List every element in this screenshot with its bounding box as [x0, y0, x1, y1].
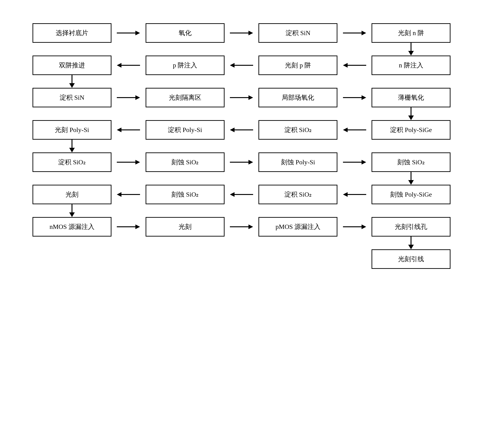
svg-marker-27	[249, 160, 253, 165]
arr-r-7-2	[225, 223, 259, 230]
box-5-4: 刻蚀 SiO₂	[372, 152, 451, 172]
arr-l-6-3	[337, 191, 372, 198]
svg-marker-29	[362, 160, 366, 165]
box-7-2: 光刻	[146, 217, 225, 237]
row-5: 淀积 SiO₂ 刻蚀 SiO₂ 刻蚀 Poly-Si 刻蚀 SiO₂	[32, 152, 451, 172]
arr-r-3-2	[225, 94, 259, 101]
box-4-3: 淀积 SiO₂	[258, 120, 337, 140]
arr-r-1-1	[111, 30, 146, 36]
v-conn-2	[32, 75, 451, 88]
row-1: 选择衬底片 氧化 淀积 SiN 光刻 n 阱	[32, 23, 451, 43]
arr-r-3-3	[337, 94, 372, 101]
box-2-4: n 阱注入	[372, 56, 451, 75]
svg-marker-13	[135, 95, 140, 100]
box-5-1: 淀积 SiO₂	[32, 152, 111, 172]
box-2-3: 光刻 p 阱	[258, 56, 337, 75]
arr-r-3-1	[111, 94, 146, 101]
box-3-3: 局部场氧化	[258, 88, 337, 107]
box-3-4: 薄栅氧化	[372, 88, 451, 107]
row-7: nMOS 源漏注入 光刻 pMOS 源漏注入 光刻引线孔	[32, 217, 451, 237]
v-conn-5	[32, 172, 451, 185]
arr-r-1-3	[337, 30, 372, 36]
svg-marker-35	[343, 192, 348, 197]
arr-l-4-1	[111, 126, 146, 133]
box-7-3: pMOS 源漏注入	[258, 217, 337, 237]
v-conn-7	[32, 237, 451, 249]
box-1-2: 氧化	[146, 23, 225, 43]
svg-marker-1	[135, 31, 140, 35]
box-7-4: 光刻引线孔	[372, 217, 451, 237]
svg-marker-5	[362, 31, 366, 35]
arr-r-5-3	[337, 159, 372, 166]
arr-l-6-2	[225, 191, 259, 198]
box-2-2: p 阱注入	[146, 56, 225, 75]
box-4-2: 淀积 Poly-Si	[146, 120, 225, 140]
box-6-2: 刻蚀 SiO₂	[146, 185, 225, 204]
box-1-3: 淀积 SiN	[258, 23, 337, 43]
arr-r-7-1	[111, 223, 146, 230]
row-8: 光刻引线	[32, 249, 451, 269]
svg-marker-21	[230, 128, 234, 132]
svg-marker-25	[135, 160, 140, 165]
svg-marker-39	[249, 224, 253, 229]
svg-marker-9	[230, 63, 234, 68]
row-3: 淀积 SiN 光刻隔离区 局部场氧化 薄栅氧化	[32, 88, 451, 107]
v-conn-3	[32, 107, 451, 120]
box-4-1: 光刻 Poly-Si	[32, 120, 111, 140]
svg-marker-41	[362, 224, 366, 229]
v-conn-4	[32, 140, 451, 152]
row-2: 双阱推进 p 阱注入 光刻 p 阱 n 阱注入	[32, 56, 451, 75]
svg-marker-23	[343, 128, 348, 132]
v-conn-6	[32, 204, 451, 217]
box-4-4: 淀积 Poly-SiGe	[372, 120, 451, 140]
arr-r-7-3	[337, 223, 372, 230]
box-1-4: 光刻 n 阱	[372, 23, 451, 43]
svg-marker-7	[117, 63, 121, 68]
box-5-2: 刻蚀 SiO₂	[146, 152, 225, 172]
svg-marker-17	[362, 95, 366, 100]
arr-l-2-3	[337, 62, 372, 69]
box-8-4: 光刻引线	[372, 249, 451, 269]
box-6-4: 刻蚀 Poly-SiGe	[372, 185, 451, 204]
box-6-3: 淀积 SiO₂	[258, 185, 337, 204]
box-7-1: nMOS 源漏注入	[32, 217, 111, 237]
svg-marker-19	[117, 128, 121, 132]
arr-r-5-2	[225, 159, 259, 166]
arr-r-1-2	[225, 30, 259, 36]
box-3-2: 光刻隔离区	[146, 88, 225, 107]
arr-l-4-3	[337, 126, 372, 133]
svg-marker-11	[343, 63, 348, 68]
arr-l-4-2	[225, 126, 259, 133]
svg-marker-31	[117, 192, 121, 197]
row-4: 光刻 Poly-Si 淀积 Poly-Si 淀积 SiO₂ 淀积 Poly-Si…	[32, 120, 451, 140]
svg-marker-15	[249, 95, 253, 100]
arr-l-2-1	[111, 62, 146, 69]
arr-l-6-1	[111, 191, 146, 198]
box-3-1: 淀积 SiN	[32, 88, 111, 107]
svg-marker-33	[230, 192, 234, 197]
arr-l-2-2	[225, 62, 259, 69]
row-6: 光刻 刻蚀 SiO₂ 淀积 SiO₂ 刻蚀 Poly-SiGe	[32, 185, 451, 204]
box-1-1: 选择衬底片	[32, 23, 111, 43]
box-2-1: 双阱推进	[32, 56, 111, 75]
v-conn-1	[32, 43, 451, 56]
box-6-1: 光刻	[32, 185, 111, 204]
box-5-3: 刻蚀 Poly-Si	[258, 152, 337, 172]
svg-marker-37	[135, 224, 140, 229]
svg-marker-3	[249, 31, 253, 35]
flowchart-container: 选择衬底片 氧化 淀积 SiN 光刻 n 阱 双阱推	[19, 14, 464, 278]
arr-r-5-1	[111, 159, 146, 166]
